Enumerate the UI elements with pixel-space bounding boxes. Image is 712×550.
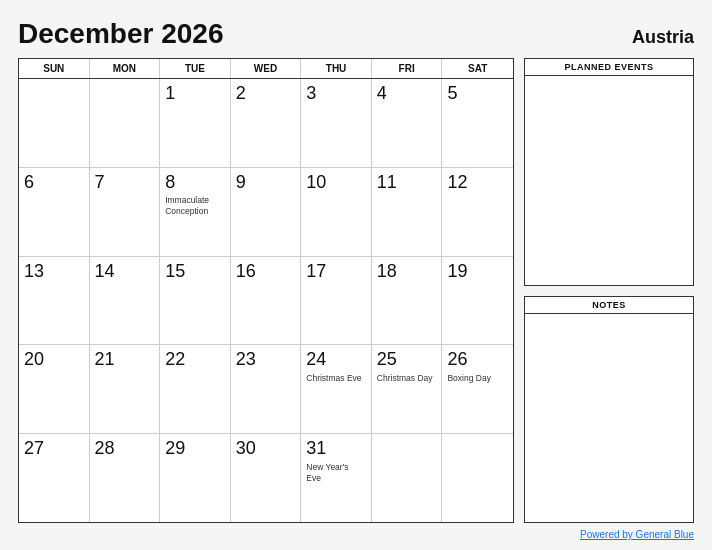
calendar-cell: 8Immaculate Conception <box>160 168 231 256</box>
day-number: 21 <box>95 349 115 371</box>
calendar-cell <box>90 79 161 167</box>
month-title: December 2026 <box>18 18 223 50</box>
calendar-cell: 30 <box>231 434 302 522</box>
calendar-cell: 24Christmas Eve <box>301 345 372 433</box>
event-label: Immaculate Conception <box>165 195 209 217</box>
calendar-cell: 27 <box>19 434 90 522</box>
calendar-header: SUNMONTUEWEDTHUFRISAT <box>19 59 513 79</box>
day-of-week-header: FRI <box>372 59 443 78</box>
day-number: 20 <box>24 349 44 371</box>
page: December 2026 Austria SUNMONTUEWEDTHUFRI… <box>0 0 712 550</box>
day-number: 19 <box>447 261 467 283</box>
calendar-cell: 4 <box>372 79 443 167</box>
event-label: Christmas Day <box>377 373 433 384</box>
day-number: 24 <box>306 349 326 371</box>
day-number: 28 <box>95 438 115 460</box>
calendar-cell: 15 <box>160 257 231 345</box>
country-title: Austria <box>632 27 694 48</box>
calendar-row: 678Immaculate Conception9101112 <box>19 168 513 257</box>
calendar-cell: 22 <box>160 345 231 433</box>
calendar-cell: 21 <box>90 345 161 433</box>
calendar-row: 13141516171819 <box>19 257 513 346</box>
day-number: 16 <box>236 261 256 283</box>
day-number: 22 <box>165 349 185 371</box>
powered-by-link[interactable]: Powered by General Blue <box>580 529 694 540</box>
calendar-cell <box>372 434 443 522</box>
day-number: 7 <box>95 172 105 194</box>
calendar-cell: 10 <box>301 168 372 256</box>
day-of-week-header: WED <box>231 59 302 78</box>
calendar-body: 12345678Immaculate Conception91011121314… <box>19 79 513 522</box>
day-number: 17 <box>306 261 326 283</box>
calendar: SUNMONTUEWEDTHUFRISAT 12345678Immaculate… <box>18 58 514 523</box>
day-number: 6 <box>24 172 34 194</box>
calendar-cell <box>442 434 513 522</box>
footer: Powered by General Blue <box>18 529 694 540</box>
day-number: 31 <box>306 438 326 460</box>
event-label: Boxing Day <box>447 373 490 384</box>
calendar-cell: 23 <box>231 345 302 433</box>
notes-title: NOTES <box>525 297 693 314</box>
day-number: 2 <box>236 83 246 105</box>
calendar-cell: 6 <box>19 168 90 256</box>
calendar-cell: 16 <box>231 257 302 345</box>
day-number: 8 <box>165 172 175 194</box>
day-of-week-header: THU <box>301 59 372 78</box>
calendar-cell: 17 <box>301 257 372 345</box>
day-of-week-header: SAT <box>442 59 513 78</box>
calendar-cell: 13 <box>19 257 90 345</box>
day-number: 9 <box>236 172 246 194</box>
notes-content <box>525 314 693 523</box>
day-number: 25 <box>377 349 397 371</box>
calendar-cell: 12 <box>442 168 513 256</box>
day-number: 26 <box>447 349 467 371</box>
day-number: 10 <box>306 172 326 194</box>
calendar-cell: 28 <box>90 434 161 522</box>
day-of-week-header: MON <box>90 59 161 78</box>
calendar-cell <box>19 79 90 167</box>
calendar-cell: 19 <box>442 257 513 345</box>
day-number: 18 <box>377 261 397 283</box>
event-label: Christmas Eve <box>306 373 361 384</box>
calendar-cell: 29 <box>160 434 231 522</box>
planned-events-content <box>525 76 693 285</box>
day-number: 30 <box>236 438 256 460</box>
event-label: New Year's Eve <box>306 462 348 484</box>
calendar-cell: 31New Year's Eve <box>301 434 372 522</box>
calendar-cell: 20 <box>19 345 90 433</box>
day-number: 14 <box>95 261 115 283</box>
day-number: 13 <box>24 261 44 283</box>
notes-box: NOTES <box>524 296 694 524</box>
day-of-week-header: TUE <box>160 59 231 78</box>
header: December 2026 Austria <box>18 18 694 50</box>
calendar-row: 2021222324Christmas Eve25Christmas Day26… <box>19 345 513 434</box>
day-number: 23 <box>236 349 256 371</box>
calendar-cell: 1 <box>160 79 231 167</box>
calendar-cell: 7 <box>90 168 161 256</box>
planned-events-title: PLANNED EVENTS <box>525 59 693 76</box>
planned-events-box: PLANNED EVENTS <box>524 58 694 286</box>
calendar-cell: 26Boxing Day <box>442 345 513 433</box>
calendar-cell: 5 <box>442 79 513 167</box>
day-number: 1 <box>165 83 175 105</box>
day-number: 29 <box>165 438 185 460</box>
calendar-row: 12345 <box>19 79 513 168</box>
calendar-row: 2728293031New Year's Eve <box>19 434 513 522</box>
calendar-cell: 11 <box>372 168 443 256</box>
main-content: SUNMONTUEWEDTHUFRISAT 12345678Immaculate… <box>18 58 694 523</box>
day-of-week-header: SUN <box>19 59 90 78</box>
sidebar: PLANNED EVENTS NOTES <box>524 58 694 523</box>
calendar-cell: 25Christmas Day <box>372 345 443 433</box>
calendar-cell: 18 <box>372 257 443 345</box>
calendar-cell: 14 <box>90 257 161 345</box>
calendar-cell: 3 <box>301 79 372 167</box>
day-number: 15 <box>165 261 185 283</box>
calendar-cell: 2 <box>231 79 302 167</box>
day-number: 12 <box>447 172 467 194</box>
day-number: 27 <box>24 438 44 460</box>
day-number: 11 <box>377 172 397 194</box>
day-number: 3 <box>306 83 316 105</box>
day-number: 4 <box>377 83 387 105</box>
day-number: 5 <box>447 83 457 105</box>
calendar-cell: 9 <box>231 168 302 256</box>
